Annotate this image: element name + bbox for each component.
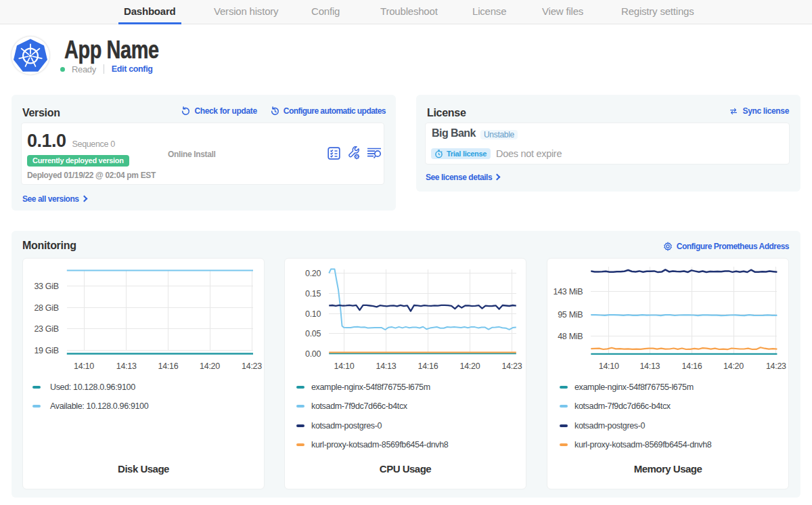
svg-text:0.20: 0.20 bbox=[305, 269, 321, 278]
svg-text:14:16: 14:16 bbox=[158, 361, 179, 371]
svg-text:14:13: 14:13 bbox=[116, 361, 137, 371]
svg-text:0.00: 0.00 bbox=[305, 349, 321, 359]
svg-text:14:20: 14:20 bbox=[723, 361, 744, 371]
svg-text:14:10: 14:10 bbox=[599, 361, 619, 371]
svg-text:14:16: 14:16 bbox=[418, 361, 438, 371]
svg-text:33 GiB: 33 GiB bbox=[34, 282, 58, 291]
svg-text:14:13: 14:13 bbox=[376, 361, 397, 371]
svg-text:23 GiB: 23 GiB bbox=[34, 324, 58, 334]
svg-text:14:23: 14:23 bbox=[242, 361, 262, 371]
svg-text:14:20: 14:20 bbox=[460, 361, 480, 371]
svg-text:14:16: 14:16 bbox=[682, 361, 702, 371]
svg-text:14:10: 14:10 bbox=[334, 361, 355, 371]
svg-text:14:23: 14:23 bbox=[502, 361, 522, 371]
svg-text:48 MiB: 48 MiB bbox=[558, 332, 583, 341]
svg-text:14:20: 14:20 bbox=[200, 361, 220, 371]
svg-text:95 MiB: 95 MiB bbox=[558, 310, 583, 320]
svg-text:0.05: 0.05 bbox=[305, 329, 321, 338]
svg-text:19 GiB: 19 GiB bbox=[34, 346, 58, 355]
svg-text:14:13: 14:13 bbox=[639, 361, 660, 371]
svg-text:0.10: 0.10 bbox=[305, 309, 321, 319]
svg-text:28 GiB: 28 GiB bbox=[34, 303, 58, 313]
svg-text:14:10: 14:10 bbox=[74, 361, 94, 371]
svg-text:0.15: 0.15 bbox=[305, 289, 321, 299]
svg-text:14:23: 14:23 bbox=[766, 361, 786, 371]
svg-text:143 MiB: 143 MiB bbox=[554, 287, 583, 297]
